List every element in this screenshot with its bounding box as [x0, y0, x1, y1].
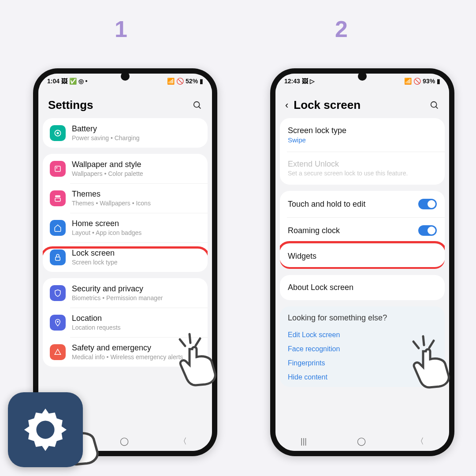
camera-notch: [358, 72, 367, 81]
nav-back[interactable]: 〈: [179, 436, 187, 446]
item-roaming-clock[interactable]: Roaming clock: [280, 217, 445, 244]
lock-screen-settings: Screen lock typeSwipe Extend UnlockSet a…: [275, 118, 449, 431]
battery-icon: [50, 125, 66, 141]
svg-point-10: [431, 101, 437, 107]
item-touch-hold-edit[interactable]: Touch and hold to edit: [280, 191, 445, 217]
step-number-2: 2: [335, 16, 348, 42]
link-hide-content[interactable]: Hide content: [288, 370, 437, 384]
link-fingerprints[interactable]: Fingerprints: [288, 356, 437, 370]
svg-line-11: [436, 106, 438, 108]
toggle-roaming-clock[interactable]: [418, 225, 437, 236]
settings-item-home[interactable]: Home screenLayout • App icon badges: [43, 213, 208, 242]
link-edit-lock-screen[interactable]: Edit Lock screen: [288, 328, 437, 342]
info-heading: Looking for something else?: [288, 313, 437, 323]
search-icon[interactable]: [193, 100, 202, 110]
gear-icon: [21, 405, 70, 454]
settings-item-wallpaper[interactable]: Wallpaper and styleWallpapers • Color pa…: [43, 154, 208, 183]
settings-item-themes[interactable]: ThemesThemes • Wallpapers • Icons: [43, 183, 208, 213]
phones-wrap: 1:04 🖼 ✅ ◎ • 📶 🚫 52% ▮ Settings BatteryP…: [33, 68, 454, 456]
item-about-lock-screen[interactable]: About Lock screen: [280, 275, 445, 300]
toggle-touch-hold[interactable]: [418, 199, 437, 209]
settings-list: BatteryPower saving • Charging Wallpaper…: [38, 118, 212, 431]
safety-icon: [50, 344, 66, 360]
settings-group: BatteryPower saving • Charging: [43, 118, 208, 148]
settings-item-battery[interactable]: BatteryPower saving • Charging: [43, 118, 208, 148]
themes-icon: [50, 190, 66, 206]
page-title: Settings: [48, 98, 193, 112]
settings-group: Wallpaper and styleWallpapers • Color pa…: [43, 154, 208, 272]
section-about: About Lock screen: [280, 275, 445, 300]
svg-point-13: [36, 420, 54, 439]
settings-group: Security and privacyBiometrics • Permiss…: [43, 278, 208, 367]
svg-rect-7: [55, 198, 60, 201]
svg-point-5: [56, 167, 57, 168]
header: Settings: [38, 89, 212, 118]
page-title: Lock screen: [294, 98, 430, 112]
settings-item-security[interactable]: Security and privacyBiometrics • Permiss…: [43, 278, 208, 308]
camera-notch: [121, 72, 130, 81]
svg-rect-8: [56, 257, 60, 260]
search-icon[interactable]: [430, 100, 439, 110]
svg-point-3: [57, 132, 59, 134]
home-icon: [50, 220, 66, 236]
link-face-recognition[interactable]: Face recognition: [288, 342, 437, 356]
section-lock-type: Screen lock typeSwipe Extend UnlockSet a…: [280, 118, 445, 185]
svg-point-9: [57, 320, 59, 322]
nav-recents[interactable]: |||: [301, 437, 307, 446]
settings-item-lock-screen[interactable]: Lock screenScreen lock type: [43, 242, 208, 272]
svg-rect-6: [55, 195, 60, 197]
settings-item-safety[interactable]: Safety and emergencyMedical info • Wirel…: [43, 337, 208, 367]
info-card: Looking for something else? Edit Lock sc…: [280, 306, 445, 387]
item-widgets[interactable]: Widgets: [280, 244, 445, 269]
item-extend-unlock: Extend UnlockSet a secure screen lock to…: [280, 152, 445, 185]
step-number-1: 1: [115, 16, 127, 42]
screen-2: 12:43 🖼 ▷ 📶 🚫 93% ▮ ‹ Lock screen Screen…: [275, 74, 449, 451]
settings-app-icon[interactable]: [8, 392, 83, 467]
phone-2: 12:43 🖼 ▷ 📶 🚫 93% ▮ ‹ Lock screen Screen…: [270, 68, 454, 456]
back-button[interactable]: ‹: [285, 100, 288, 111]
location-icon: [50, 315, 66, 331]
nav-home[interactable]: ◯: [120, 436, 129, 446]
svg-point-0: [194, 101, 200, 107]
nav-home[interactable]: ◯: [357, 436, 366, 446]
header: ‹ Lock screen: [275, 89, 449, 118]
nav-bar: ||| ◯ 〈: [275, 431, 449, 451]
lock-icon: [50, 249, 66, 265]
nav-back[interactable]: 〈: [416, 436, 424, 446]
svg-rect-4: [55, 166, 60, 171]
settings-item-location[interactable]: LocationLocation requests: [43, 308, 208, 337]
section-edit: Touch and hold to edit Roaming clock Wid…: [280, 191, 445, 269]
wallpaper-icon: [50, 161, 66, 177]
item-screen-lock-type[interactable]: Screen lock typeSwipe: [280, 118, 445, 152]
svg-line-1: [199, 106, 201, 108]
shield-icon: [50, 285, 66, 301]
